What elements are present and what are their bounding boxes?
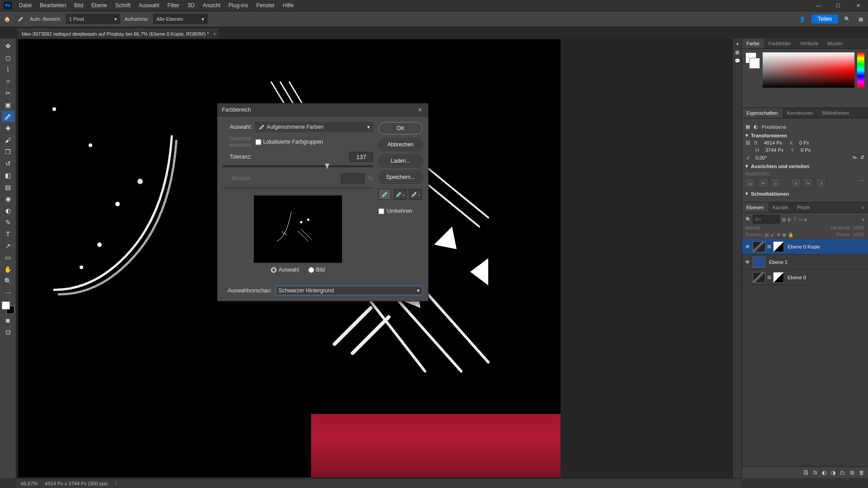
- pen-tool[interactable]: ✎: [2, 216, 14, 228]
- eyedropper-tool[interactable]: 💉: [2, 111, 14, 122]
- layer-visibility-icon[interactable]: 👁: [744, 244, 751, 249]
- filter-smart-icon[interactable]: ◈: [804, 217, 807, 222]
- gradient-tool[interactable]: ▤: [2, 181, 14, 192]
- marquee-tool[interactable]: ◻: [2, 52, 14, 63]
- filter-type-icon[interactable]: T: [793, 217, 796, 222]
- color-spectrum[interactable]: [763, 52, 854, 88]
- history-brush-tool[interactable]: ↺: [2, 158, 14, 169]
- panel-menu-icon[interactable]: ≡: [857, 202, 868, 212]
- new-adjustment-icon[interactable]: ◑: [831, 469, 835, 476]
- lock-pixels-icon[interactable]: 🖌: [770, 232, 775, 237]
- layer-filter-select[interactable]: [753, 215, 780, 224]
- align-top-icon[interactable]: ⫞: [791, 178, 801, 188]
- menu-window[interactable]: Fenster: [253, 1, 278, 9]
- eyedropper-subtract-icon[interactable]: 💉₋: [409, 189, 422, 200]
- new-layer-icon[interactable]: ⊞: [850, 469, 854, 476]
- heal-tool[interactable]: ✚: [2, 122, 14, 134]
- height-value[interactable]: 3744 Px: [765, 147, 787, 153]
- align-header[interactable]: ▾ Ausrichten und verteilen: [745, 163, 864, 169]
- menu-type[interactable]: Schrift: [112, 1, 134, 9]
- layer-mask-thumbnail[interactable]: [773, 272, 784, 283]
- align-more-icon[interactable]: ⋯: [859, 178, 864, 188]
- tolerance-slider[interactable]: [223, 165, 373, 167]
- tab-paths[interactable]: Pfade: [793, 202, 815, 212]
- menu-image[interactable]: Bild: [71, 1, 87, 9]
- layer-mask-link-icon[interactable]: ⛓: [767, 244, 771, 249]
- collapsed-panel-icon[interactable]: ▦: [735, 50, 739, 55]
- home-icon[interactable]: 🏠: [3, 14, 12, 23]
- tab-swatches[interactable]: Farbfelder: [764, 38, 796, 48]
- y-value[interactable]: 0 Px: [801, 147, 822, 153]
- collapsed-panel-icon[interactable]: 💬: [735, 58, 740, 63]
- wand-tool[interactable]: ✧: [2, 75, 14, 87]
- layer-thumbnail[interactable]: [753, 241, 765, 252]
- zoom-tool[interactable]: 🔍: [2, 275, 14, 286]
- filter-pixel-icon[interactable]: ▦: [782, 217, 786, 222]
- tolerance-input[interactable]: [349, 152, 373, 162]
- dialog-close-icon[interactable]: ×: [416, 106, 424, 113]
- cancel-button[interactable]: Abbrechen: [378, 138, 423, 151]
- quick-actions-header[interactable]: ▾ Schnellaktionen: [745, 191, 864, 197]
- layer-name[interactable]: Ebene 0 Kopie: [788, 244, 820, 249]
- localized-checkbox[interactable]: Lokalisierte Farbgruppen: [255, 139, 323, 145]
- rectangle-tool[interactable]: ▭: [2, 252, 14, 263]
- lasso-tool[interactable]: ⌇: [2, 64, 14, 75]
- menu-edit[interactable]: Bearbeiten: [36, 1, 70, 9]
- filter-adjust-icon[interactable]: ◐: [788, 217, 792, 222]
- tab-color[interactable]: Farbe: [742, 38, 764, 48]
- fill-value[interactable]: 100%: [853, 232, 864, 237]
- preview-thumbnail[interactable]: [254, 195, 342, 263]
- lock-transparency-icon[interactable]: ▤: [764, 232, 769, 237]
- layer-name[interactable]: Ebene 0: [788, 275, 806, 280]
- eyedropper-add-icon[interactable]: 💉₊: [394, 189, 406, 200]
- align-left-icon[interactable]: ⫠: [745, 178, 755, 188]
- collapsed-expand-icon[interactable]: ◂: [736, 41, 738, 46]
- radio-selection[interactable]: Auswahl: [271, 267, 299, 273]
- filter-shape-icon[interactable]: ▭: [798, 217, 802, 222]
- filter-toggle-icon[interactable]: ●: [862, 217, 864, 222]
- current-tool-icon[interactable]: 💉: [16, 14, 25, 23]
- link-icon[interactable]: ⛓: [745, 140, 750, 145]
- search-icon[interactable]: 🔍: [843, 14, 852, 23]
- toolbar-more[interactable]: ⋯: [2, 287, 14, 298]
- move-tool[interactable]: ✥: [2, 40, 14, 52]
- document-tab[interactable]: bike-3073082 nattapol deejitwasin auf Pi…: [17, 29, 219, 38]
- menu-filter[interactable]: Filter: [164, 1, 183, 9]
- angle-value[interactable]: 0,00°: [755, 155, 777, 160]
- width-value[interactable]: 4914 Px: [764, 140, 786, 145]
- close-button[interactable]: ✕: [848, 0, 868, 11]
- blend-mode-select[interactable]: Normal: [745, 225, 760, 230]
- opacity-value[interactable]: 100%: [853, 225, 864, 230]
- frame-tool[interactable]: ▣: [2, 99, 14, 110]
- tab-close-icon[interactable]: ×: [213, 31, 216, 37]
- layer-mask-link-icon[interactable]: ⛓: [767, 275, 771, 280]
- delete-layer-icon[interactable]: 🗑: [859, 469, 864, 476]
- layer-name[interactable]: Ebene 1: [769, 259, 788, 265]
- layer-row[interactable]: 👁Ebene 1: [742, 254, 868, 270]
- sample-area-select[interactable]: 1 Pixel▾: [66, 14, 120, 24]
- menu-layer[interactable]: Ebene: [88, 1, 111, 9]
- tab-adjustments[interactable]: Korrekturen: [783, 108, 817, 118]
- link-layers-icon[interactable]: ⛓: [803, 469, 809, 476]
- hand-tool[interactable]: ✋: [2, 263, 14, 275]
- flip-h-icon[interactable]: ⇋: [853, 155, 857, 160]
- lock-position-icon[interactable]: ✥: [777, 232, 780, 237]
- ok-button[interactable]: OK: [378, 122, 423, 135]
- layer-row[interactable]: 👁⛓Ebene 0 Kopie: [742, 239, 868, 254]
- eraser-tool[interactable]: ◧: [2, 169, 14, 181]
- tab-patterns[interactable]: Muster: [823, 38, 847, 48]
- layer-visibility-icon[interactable]: 👁: [744, 259, 751, 265]
- transform-header[interactable]: ▾ Transformieren: [745, 132, 864, 138]
- layer-thumbnail[interactable]: [753, 257, 765, 267]
- layer-fx-icon[interactable]: fx: [813, 469, 817, 476]
- tab-gradients[interactable]: Verläufe: [796, 38, 823, 48]
- menu-select[interactable]: Auswahl: [135, 1, 163, 9]
- maximize-button[interactable]: ☐: [828, 0, 848, 11]
- type-tool[interactable]: T: [2, 228, 14, 239]
- workspace-icon[interactable]: ▦: [856, 14, 865, 23]
- sampled-colors-select[interactable]: 💉 Aufgenommene Farben ▾: [255, 122, 373, 132]
- new-group-icon[interactable]: 🗀: [840, 469, 845, 476]
- menu-3d[interactable]: 3D: [184, 1, 198, 9]
- stamp-tool[interactable]: ❒: [2, 146, 14, 157]
- quick-mask-tool[interactable]: ◙: [2, 314, 14, 326]
